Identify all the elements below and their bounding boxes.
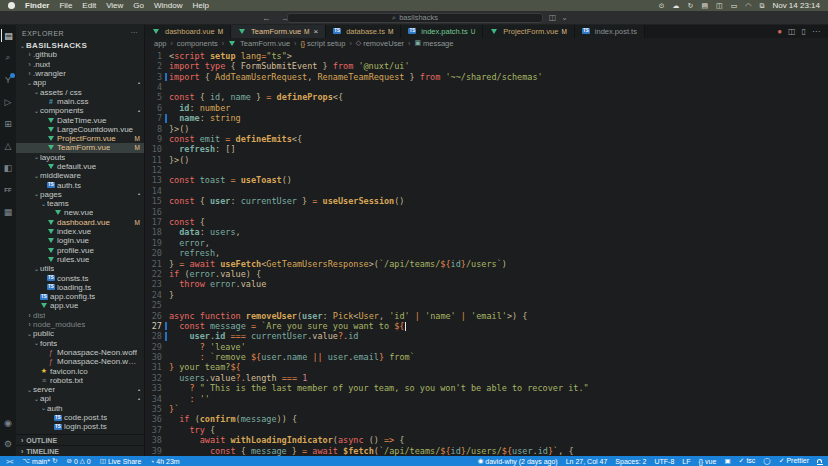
tree-item-consts-ts[interactable]: TSconsts.ts bbox=[16, 273, 144, 282]
tab-database.ts[interactable]: TSdatabase.tsM bbox=[326, 25, 401, 38]
menu-go[interactable]: Go bbox=[133, 1, 144, 10]
cloud-storage-icon[interactable]: ☁ bbox=[673, 2, 680, 10]
sync-icon[interactable]: ↻ bbox=[688, 2, 694, 10]
tab-close-icon[interactable]: × bbox=[313, 27, 318, 36]
problems[interactable]: ⊘0△0 bbox=[66, 457, 90, 465]
breadcrumb-message[interactable]: ▣message bbox=[414, 39, 453, 48]
menu-bar-clock[interactable]: Nov 14 23:14 bbox=[772, 1, 820, 10]
tab-teamform.vue[interactable]: TeamForm.vueM× bbox=[231, 25, 326, 38]
battery-icon[interactable]: ▭ bbox=[731, 2, 738, 10]
tree-item-components[interactable]: ⌄components• bbox=[16, 106, 144, 115]
tree-item-pages[interactable]: ⌄pages• bbox=[16, 190, 144, 199]
tsc-status[interactable]: ✓ tsc bbox=[739, 457, 756, 465]
tree-item-server[interactable]: ⌄server• bbox=[16, 385, 144, 394]
tree-item-basilshacks[interactable]: ⌄BASILSHACKS bbox=[16, 41, 144, 50]
tree-item-middleware[interactable]: ⌄middleware bbox=[16, 171, 144, 180]
tree-item-login-vue[interactable]: login.vue bbox=[16, 236, 144, 245]
menu-view[interactable]: View bbox=[106, 1, 123, 10]
tree-item-monaspace-neon-woff[interactable]: ƒMonaspace-Neon.woff bbox=[16, 348, 144, 357]
accounts-icon[interactable]: ◉ bbox=[1, 416, 15, 429]
stage-manager-icon[interactable]: ◫ bbox=[716, 2, 723, 10]
tree-item-public[interactable]: ⌄public bbox=[16, 329, 144, 338]
timer[interactable]: ◔4h 23m bbox=[150, 458, 179, 465]
run-indicator-icon[interactable]: ● bbox=[777, 27, 782, 36]
tree-item-rules-vue[interactable]: rules.vue bbox=[16, 255, 144, 264]
commit-author[interactable]: ◉david-why (2 days ago) bbox=[478, 457, 558, 465]
tree-item-auth[interactable]: ⌄auth bbox=[16, 404, 144, 413]
tab-dashboard.vue[interactable]: dashboard.vueM bbox=[145, 25, 231, 38]
tree-item-projectform-vue[interactable]: ProjectForm.vueM bbox=[16, 134, 144, 143]
search-icon[interactable]: ⌕ bbox=[1, 51, 15, 64]
testing-icon[interactable]: △ bbox=[1, 139, 15, 152]
firefox-icon[interactable]: FF bbox=[1, 183, 15, 196]
tree-item-login-post-ts[interactable]: TSlogin.post.ts bbox=[16, 422, 144, 431]
breadcrumb-components[interactable]: components bbox=[177, 39, 218, 48]
extension-indicator[interactable]: ◯ bbox=[763, 457, 770, 465]
tree-item-dist[interactable]: ›dist bbox=[16, 311, 144, 320]
wifi-icon[interactable]: ◠ bbox=[745, 2, 751, 10]
layout-chevron-icon[interactable]: ⌄ bbox=[561, 13, 568, 22]
display-icon[interactable]: ▤ bbox=[701, 2, 708, 10]
encoding[interactable]: UTF-8 bbox=[654, 458, 674, 465]
docker-icon[interactable]: ◧ bbox=[1, 161, 15, 174]
explorer-more-actions-icon[interactable]: ⋯ bbox=[131, 29, 139, 37]
tab-index.post.ts[interactable]: TSindex.post.ts bbox=[575, 25, 645, 38]
tree-item-index-vue[interactable]: index.vue bbox=[16, 227, 144, 236]
cursor-position[interactable]: Ln 27, Col 47 bbox=[566, 458, 608, 465]
command-center-search[interactable]: ⌕ basilshacks bbox=[287, 13, 543, 23]
tab-index.patch.ts[interactable]: TSindex.patch.tsU bbox=[401, 25, 483, 38]
tree-item-assets-css[interactable]: ⌄assets / css bbox=[16, 87, 144, 96]
split-editor-icon[interactable]: ◫ bbox=[788, 27, 796, 36]
run-debug-icon[interactable]: ▷ bbox=[1, 95, 15, 108]
breadcrumb-script-setup[interactable]: {}script setup bbox=[300, 39, 345, 48]
remote-indicator[interactable]: >< bbox=[6, 458, 14, 465]
tree-item-new-vue[interactable]: new.vue bbox=[16, 208, 144, 217]
breadcrumb-app[interactable]: app bbox=[154, 39, 167, 48]
tree-item-dashboard-vue[interactable]: dashboard.vueM bbox=[16, 218, 144, 227]
more-actions-icon[interactable]: ⋯ bbox=[812, 27, 820, 36]
code-editor[interactable]: 1<script setup lang="ts">2import type { … bbox=[145, 49, 828, 456]
menu-help[interactable]: Help bbox=[192, 1, 208, 10]
language-mode[interactable]: {} vue bbox=[699, 458, 717, 465]
layout-panel-icon[interactable]: ◫ bbox=[549, 13, 557, 22]
apple-menu-icon[interactable] bbox=[8, 2, 15, 9]
explorer-icon[interactable]: ▤ bbox=[1, 29, 15, 42]
tree-item-node-modules[interactable]: ›node_modules bbox=[16, 320, 144, 329]
copilot[interactable]: ▣ bbox=[724, 457, 730, 465]
tree-item-code-post-ts[interactable]: TScode.post.ts bbox=[16, 413, 144, 422]
section-timeline[interactable]: ›TIMELINE bbox=[16, 445, 144, 456]
extensions-icon[interactable]: ⊞ bbox=[1, 117, 15, 130]
tree-item-api[interactable]: ⌄api• bbox=[16, 394, 144, 403]
prettier[interactable]: ✓ Prettier bbox=[779, 457, 809, 465]
tree-item-main-css[interactable]: #main.css bbox=[16, 97, 144, 106]
breadcrumb-removeuser[interactable]: ◇removeUser bbox=[356, 39, 404, 48]
settings-gear-icon[interactable]: ⚙ bbox=[1, 437, 15, 450]
eol[interactable]: LF bbox=[682, 458, 690, 465]
tree-item-teamform-vue[interactable]: TeamForm.vueM bbox=[16, 143, 144, 152]
tree-item--github[interactable]: ›.github bbox=[16, 50, 144, 59]
tree-item-app[interactable]: ⌄app• bbox=[16, 78, 144, 87]
notifications-bell[interactable] bbox=[817, 459, 822, 463]
tree-item-utils[interactable]: ⌄utils bbox=[16, 264, 144, 273]
tree-item--wrangler[interactable]: ›.wrangler bbox=[16, 69, 144, 78]
control-center-icon[interactable]: ⧉ bbox=[759, 2, 764, 10]
tree-item-loading-ts[interactable]: TSloading.ts bbox=[16, 283, 144, 292]
product-board-icon[interactable]: ▦ bbox=[1, 205, 15, 218]
customize-layout-icon[interactable]: ▯ bbox=[802, 27, 806, 36]
screen-record-icon[interactable]: ⊙ bbox=[659, 2, 665, 10]
tree-item-profile-vue[interactable]: profile.vue bbox=[16, 246, 144, 255]
tree-item-teams[interactable]: ⌄teams bbox=[16, 199, 144, 208]
indentation[interactable]: Spaces: 2 bbox=[615, 458, 646, 465]
breadcrumb-teamform-vue[interactable]: TeamForm.vue bbox=[228, 39, 290, 48]
nav-back-icon[interactable]: ← bbox=[262, 13, 271, 23]
menu-window[interactable]: Window bbox=[154, 1, 182, 10]
source-control-icon[interactable]: Y bbox=[1, 73, 15, 86]
tree-item-robots-txt[interactable]: ≡robots.txt bbox=[16, 376, 144, 385]
live-share[interactable]: ◫Live Share bbox=[100, 457, 142, 465]
git-branch[interactable]: ⌥main*↻ bbox=[23, 457, 58, 465]
menu-edit[interactable]: Edit bbox=[82, 1, 96, 10]
tree-item-auth-ts[interactable]: TSauth.ts bbox=[16, 180, 144, 189]
menu-file[interactable]: File bbox=[59, 1, 72, 10]
menu-finder[interactable]: Finder bbox=[25, 1, 49, 10]
tree-item-favicon-ico[interactable]: ★favicon.ico bbox=[16, 366, 144, 375]
